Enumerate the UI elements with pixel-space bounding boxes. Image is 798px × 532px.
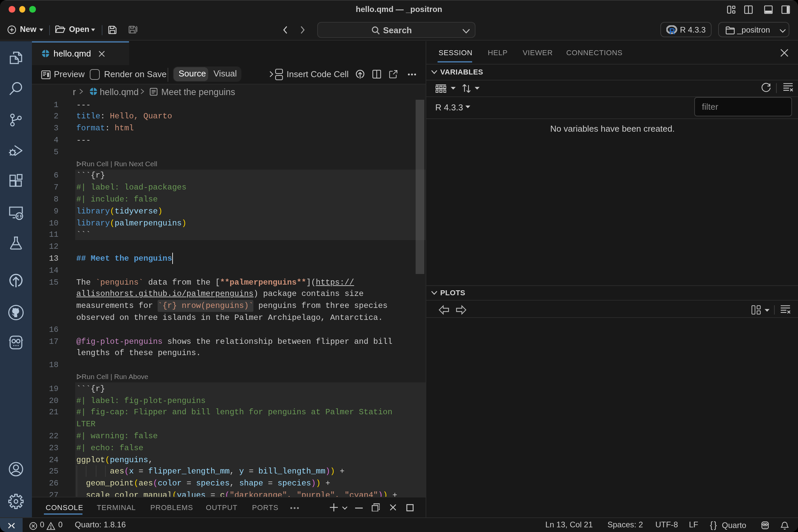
svg-text:R: R: [669, 26, 674, 35]
